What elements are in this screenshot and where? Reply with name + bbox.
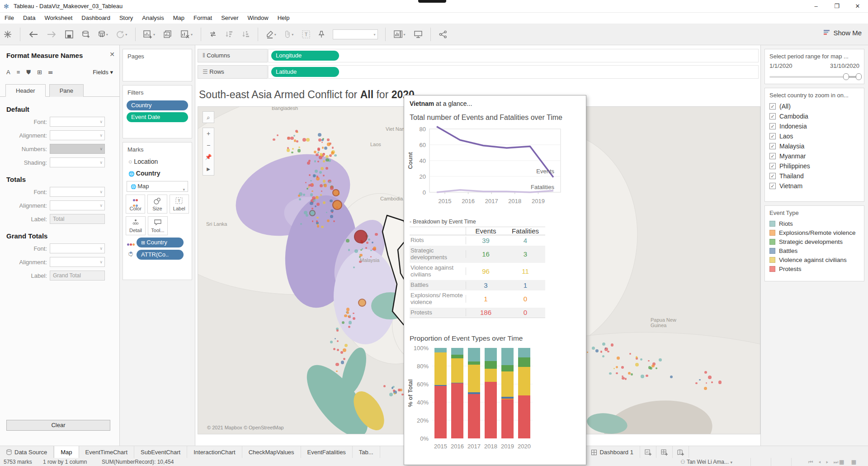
event-mark[interactable] <box>337 349 339 351</box>
event-mark[interactable] <box>646 375 648 377</box>
event-mark[interactable] <box>346 239 349 243</box>
event-mark[interactable] <box>340 351 343 354</box>
sheet-tab-eventfatalities[interactable]: EventFatalities <box>301 446 353 458</box>
country-checkbox-myanmar[interactable]: ✓Myanmar <box>765 151 864 161</box>
sheet-tab-interactionchart[interactable]: InteractionChart <box>187 446 242 458</box>
country-checkbox-cambodia[interactable]: ✓Cambodia <box>765 111 864 121</box>
event-mark[interactable] <box>631 373 633 376</box>
columns-pill-longitude[interactable]: Longitude <box>271 51 339 61</box>
checkbox-icon[interactable]: ✓ <box>769 143 776 149</box>
refresh-icon[interactable]: ▾ <box>113 24 130 45</box>
swap-axes-icon[interactable] <box>206 24 220 45</box>
event-mark[interactable] <box>330 186 333 190</box>
event-mark[interactable] <box>316 220 318 222</box>
event-mark[interactable] <box>277 134 278 136</box>
sheet-tab-subeventchart[interactable]: SubEventChart <box>134 446 187 458</box>
format-pane-close-icon[interactable]: ✕ <box>109 51 115 58</box>
event-mark[interactable] <box>587 352 588 353</box>
save-icon[interactable] <box>62 24 76 45</box>
menu-analysis[interactable]: Analysis <box>137 13 168 23</box>
sort-descending-icon[interactable] <box>239 24 253 45</box>
event-mark[interactable] <box>324 184 327 187</box>
event-mark[interactable] <box>313 174 316 177</box>
event-mark[interactable] <box>291 152 293 154</box>
event-mark[interactable] <box>300 223 302 225</box>
tableau-toolbar-logo-icon[interactable] <box>0 24 15 45</box>
event-mark[interactable] <box>346 308 349 311</box>
mark-type-dropdown[interactable]: 🌐 Map▾ <box>127 181 188 192</box>
format-tab-header[interactable]: Header <box>5 84 46 97</box>
event-mark[interactable] <box>699 379 701 381</box>
event-mark[interactable] <box>375 233 378 236</box>
fit-selector[interactable]: ▾ <box>333 29 378 39</box>
fields-dropdown[interactable]: Fields ▾ <box>93 69 113 76</box>
event-mark[interactable] <box>392 387 393 389</box>
event-mark[interactable] <box>326 158 329 162</box>
event-mark[interactable] <box>334 154 336 157</box>
event-mark[interactable] <box>611 343 613 346</box>
sheet-tab-dashboard-1[interactable]: Dashboard 1 <box>585 446 640 458</box>
event-mark[interactable] <box>656 367 657 369</box>
event-mark[interactable] <box>617 357 620 360</box>
event-mark[interactable] <box>640 358 642 361</box>
minimize-button[interactable]: – <box>806 0 826 13</box>
menu-server[interactable]: Server <box>217 13 243 23</box>
country-checkbox-vietnam[interactable]: ✓Vietnam <box>765 181 864 191</box>
checkbox-icon[interactable]: ✓ <box>769 103 776 109</box>
format-attachment-icon[interactable]: ▾ <box>281 24 297 45</box>
event-mark[interactable] <box>296 140 298 143</box>
menu-worksheet[interactable]: Worksheet <box>40 13 77 23</box>
sort-ascending-icon[interactable] <box>222 24 236 45</box>
event-mark[interactable] <box>297 149 301 152</box>
mark-button-size[interactable]: Size <box>147 195 167 214</box>
checkbox-icon[interactable]: ✓ <box>769 133 776 139</box>
event-mark[interactable] <box>648 366 651 369</box>
event-mark[interactable] <box>320 194 322 196</box>
event-mark[interactable] <box>304 211 307 214</box>
event-mark[interactable] <box>273 138 275 141</box>
event-mark[interactable] <box>595 349 599 352</box>
event-mark[interactable] <box>290 137 294 140</box>
event-mark[interactable] <box>343 358 345 360</box>
slider-handle-end[interactable] <box>856 73 862 80</box>
country-checkbox-philippines[interactable]: ✓Philippines <box>765 161 864 171</box>
event-mark[interactable] <box>308 186 309 188</box>
menu-dashboard[interactable]: Dashboard <box>77 13 115 23</box>
sheet-tab-eventtimechart[interactable]: EventTimeChart <box>79 446 134 458</box>
checkbox-icon[interactable]: ✓ <box>769 173 776 179</box>
event-mark[interactable] <box>321 190 322 192</box>
event-mark[interactable] <box>335 363 339 366</box>
event-mark-large[interactable] <box>332 200 342 210</box>
event-mark[interactable] <box>602 342 605 346</box>
event-mark[interactable] <box>314 160 316 162</box>
event-mark[interactable] <box>327 143 330 146</box>
period-slider[interactable] <box>769 72 859 82</box>
event-mark[interactable] <box>310 193 313 196</box>
event-mark[interactable] <box>311 208 313 209</box>
format-alignment-select[interactable]: ∨ <box>50 200 105 210</box>
event-mark[interactable] <box>348 315 349 317</box>
zoom-out-button[interactable]: − <box>203 140 214 152</box>
filter-pill-country[interactable]: Country <box>127 100 188 110</box>
event-mark[interactable] <box>294 139 296 142</box>
undo-icon[interactable] <box>25 24 42 45</box>
new-data-source-icon[interactable] <box>78 24 93 45</box>
event-mark[interactable] <box>602 355 604 357</box>
mark-button-tool[interactable]: Tool... <box>148 216 168 235</box>
sheet-tab-tab-[interactable]: Tab... <box>353 446 380 458</box>
event-mark[interactable] <box>333 348 335 350</box>
event-mark[interactable] <box>622 377 624 380</box>
show-hide-cards-icon[interactable]: ▾ <box>391 24 409 45</box>
menu-data[interactable]: Data <box>19 13 40 23</box>
event-mark-large[interactable] <box>309 210 316 216</box>
event-mark[interactable] <box>609 372 611 375</box>
zoom-in-button[interactable]: + <box>203 128 214 140</box>
event-mark[interactable] <box>330 215 333 218</box>
event-mark[interactable] <box>368 238 370 241</box>
mark-button-detail[interactable]: Detail <box>126 216 146 235</box>
new-story-tab[interactable] <box>673 446 689 458</box>
event-mark[interactable] <box>310 202 313 205</box>
event-mark-large[interactable] <box>358 299 366 307</box>
event-mark[interactable] <box>313 199 316 202</box>
close-button[interactable]: ✕ <box>847 0 868 13</box>
